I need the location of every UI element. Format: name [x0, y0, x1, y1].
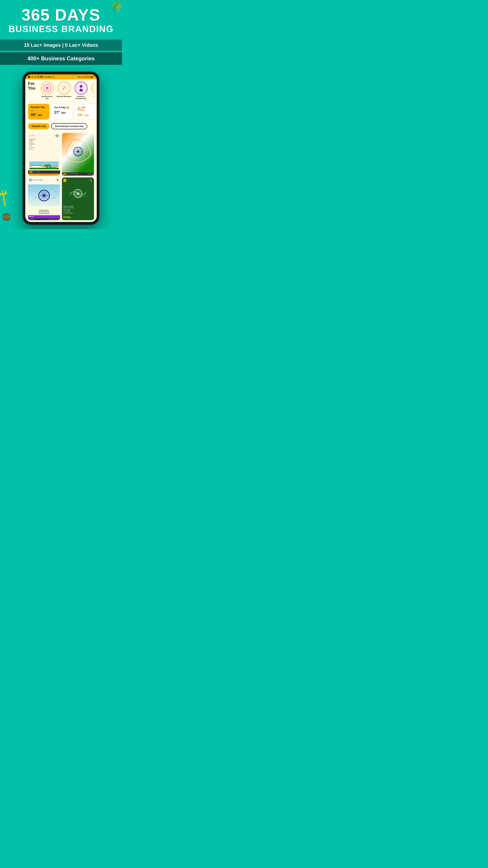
svg-rect-29	[29, 172, 29, 173]
signal-icon: ▋▋	[28, 76, 31, 78]
category-circle-womens	[74, 82, 88, 95]
status-bar: ▋▋ 4G 4G 5:26 0.80 KB/s ③ ⏰ Vol 1 4G LTE…	[25, 74, 97, 79]
card3-birds-art	[28, 182, 60, 209]
logo-placeholder: LOGO	[55, 134, 59, 138]
card4-freedom-text: We got our Freedomafter a lot of struggl…	[63, 206, 93, 214]
card1-marathi-text: भारतीय लोकतंत्रआपुली शान,चला राष्ट्रप्रज…	[29, 138, 59, 161]
category-name-business: My Business Ads	[40, 96, 55, 100]
grid-card-3[interactable]: YOUR LOGO HERE 🔖	[28, 178, 60, 220]
card4-chakra-art	[68, 184, 88, 203]
date-card-republic[interactable]: Republic Day 🇮🇳 26th Jan	[28, 104, 50, 120]
card1-artwork	[29, 161, 59, 169]
category-name-womens: Women's Equality Day	[74, 96, 88, 100]
date-card-privacy-title: 🔒 Data Privac...	[77, 106, 93, 111]
category-circle-raksha: 🪄	[58, 82, 71, 95]
data-speed: 0.80 KB/s	[43, 76, 52, 78]
date-card-friday-title: Fun Friday 😄	[54, 106, 70, 109]
svg-rect-33	[32, 171, 32, 173]
card1-address: १२ / ३४, क्षेत्र, शहर	[33, 171, 40, 173]
svg-rect-45	[63, 174, 63, 175]
svg-point-20	[93, 83, 94, 94]
svg-text:AD: AD	[46, 88, 48, 89]
categories-scroll[interactable]: AD My Business Ads 🪄	[40, 82, 94, 100]
date-card-data-privacy[interactable]: 🔒 Data Privac... 28th Jan	[74, 104, 96, 120]
filter-btn-customs-day[interactable]: International Customs Day	[51, 123, 87, 129]
category-circle-rakhi: 🎀	[92, 82, 94, 95]
card3-footer: बिझनेस नाव	[28, 215, 60, 218]
header-section: 365 DAYS BUSINESS BRANDING	[0, 0, 122, 36]
svg-text:🪄: 🪄	[61, 85, 67, 91]
leaf-decoration	[104, 0, 122, 18]
svg-rect-49	[66, 174, 66, 175]
date-card-republic-date: 26th Jan	[31, 113, 47, 117]
category-item-raksha-bandhan[interactable]: 🪄 Raksha Bandhan	[57, 82, 71, 100]
alarm-icon: ⏰	[75, 76, 77, 78]
date-card-fun-friday[interactable]: Fun Friday 😄 27th Jan	[51, 104, 73, 120]
card4-happy: Happy	[63, 215, 93, 219]
battery-icon: ▓50	[91, 76, 94, 78]
stats-bar: 15 Lac+ Images | 5 Lac+ Videos	[0, 39, 122, 51]
category-name-raksha: Raksha Bandhan	[57, 96, 71, 98]
category-name-rakhi: Rakhi St...	[94, 96, 94, 98]
grid-card-1[interactable]: JAI HIND LOGO भारतीय लोकतंत्रआपुली शान,च…	[28, 133, 60, 176]
category-item-rakhi[interactable]: 🎀 Rakhi St...	[91, 82, 94, 100]
status-time: 5:26	[37, 75, 43, 79]
svg-rect-46	[64, 173, 64, 175]
phone-screen: ▋▋ 4G 4G 5:26 0.80 KB/s ③ ⏰ Vol 1 4G LTE…	[25, 74, 97, 222]
grid-card-2[interactable]: 12 / 34, क्षेत्र, शहर - 456789 +123 456 …	[62, 133, 94, 176]
filter-btn-republic-day[interactable]: Republic Day	[28, 123, 50, 129]
status-right: ⏰ Vol 1 4G LTE2 ▓50	[75, 76, 94, 78]
svg-rect-23	[29, 168, 59, 169]
phone-frame: ▋▋ 4G 4G 5:26 0.80 KB/s ③ ⏰ Vol 1 4G LTE…	[23, 72, 99, 225]
card2-address: 12 / 34, क्षेत्र, शहर - 456789	[67, 174, 78, 175]
svg-rect-31	[30, 171, 31, 173]
date-card-republic-title: Republic Day 🇮🇳	[31, 106, 47, 111]
date-cards-section: Republic Day 🇮🇳 26th Jan Fun Friday 😄 27…	[25, 102, 97, 121]
categories-bar: 400+ Business Categories	[0, 52, 122, 65]
svg-rect-47	[64, 174, 65, 175]
date-card-friday-date: 27th Jan	[54, 111, 70, 115]
svg-rect-50	[66, 174, 67, 175]
status-left: ▋▋ 4G 4G 5:26 0.80 KB/s ③	[28, 75, 54, 79]
card3-header: YOUR LOGO HERE 🔖	[28, 178, 60, 182]
card3-text: प्रजासत्ताक आहे वरदान,चला बनवू आपले राष्…	[28, 209, 60, 215]
card2-flag-art	[62, 133, 94, 173]
main-title: 365 DAYS	[4, 7, 118, 23]
drum-decoration	[2, 212, 11, 223]
category-item-my-business-ads[interactable]: AD My Business Ads	[40, 82, 55, 100]
jai-hind-text: JAI HIND	[29, 135, 35, 136]
category-item-womens-equality[interactable]: Women's Equality Day	[74, 82, 88, 100]
svg-point-18	[76, 83, 87, 94]
svg-rect-48	[65, 173, 65, 175]
image-grid: JAI HIND LOGO भारतीय लोकतंत्रआपुली शान,च…	[25, 131, 97, 222]
category-circle-business: AD	[41, 82, 54, 95]
phone-wrapper: ▋▋ 4G 4G 5:26 0.80 KB/s ③ ⏰ Vol 1 4G LTE…	[0, 65, 122, 229]
signal-4g: 4G 4G	[31, 76, 37, 78]
date-card-privacy-date: 28th Jan	[77, 113, 93, 117]
notification-icon: ③	[53, 76, 54, 78]
svg-rect-34	[32, 172, 33, 173]
for-you-row: ForYou AD	[28, 82, 94, 100]
svg-point-28	[48, 165, 51, 166]
svg-rect-32	[31, 171, 31, 173]
sub-title: BUSINESS BRANDING	[4, 24, 118, 34]
card1-waveform-row: १२ / ३४, क्षेत्र, शहर	[28, 170, 60, 174]
card1-footer: १२ / ३४, क्षेत्र, शहर - ४५६७८९ +123 456 …	[28, 174, 60, 176]
card2-waveform-row: 12 / 34, क्षेत्र, शहर - 456789 +123 456 …	[62, 173, 94, 176]
grid-card-4[interactable]: IND 🔖	[62, 178, 94, 220]
for-you-section: ForYou AD	[25, 79, 97, 102]
filter-section: Republic Day International Customs Day	[25, 121, 97, 131]
card2-phone: +123 456 789	[88, 174, 93, 175]
svg-rect-30	[30, 171, 30, 173]
card4-header: IND 🔖	[63, 179, 93, 182]
card3-addr-row: +123 456 789 📍 12 / 34, क्षेत्र, शहर - 4…	[28, 218, 60, 220]
for-you-label: ForYou	[28, 82, 37, 91]
network-info: Vol 1 4G LTE2	[78, 76, 90, 78]
svg-point-19	[80, 85, 83, 88]
